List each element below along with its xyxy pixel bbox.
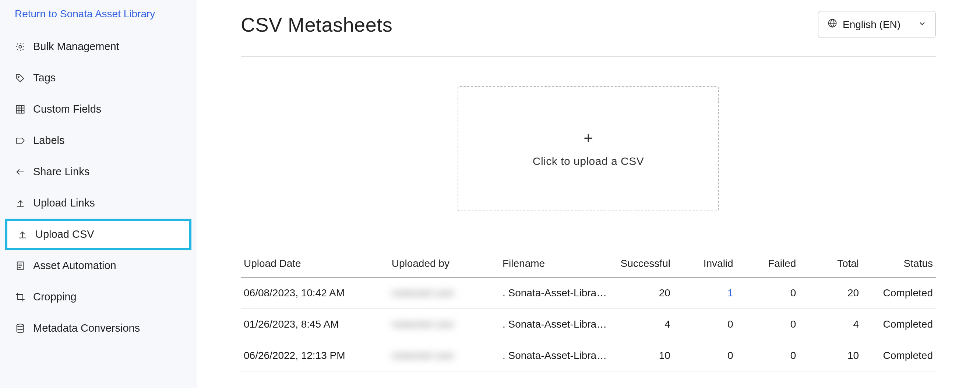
sidebar-item-share-links[interactable]: Share Links [0,156,197,188]
cell-uploaded-by: redacted user [389,309,500,340]
cell-failed: 0 [736,340,799,371]
document-icon [15,260,26,271]
plus-icon: + [584,130,593,146]
cell-successful: 20 [610,277,673,309]
svg-point-0 [19,45,21,48]
cell-total: 20 [799,277,862,309]
cell-status: Completed [862,309,936,340]
th-successful[interactable]: Successful [610,252,673,277]
sidebar-item-label: Share Links [33,165,89,178]
cell-date: 06/26/2022, 12:13 PM [241,340,389,371]
sidebar-item-label: Upload Links [33,197,95,209]
sidebar-item-upload-csv[interactable]: Upload CSV [5,219,191,250]
sidebar-item-labels[interactable]: Labels [0,125,197,156]
cell-failed: 0 [736,309,799,340]
crop-icon [15,291,26,302]
cell-filename: . Sonata-Asset-Library… [500,340,610,371]
cell-invalid[interactable]: 1 [673,277,736,309]
uploads-table: Upload Date Uploaded by Filename Success… [241,252,936,371]
sidebar-item-label: Labels [33,134,64,146]
cell-total: 4 [799,309,862,340]
chevron-down-icon [918,19,927,30]
cell-status: Completed [862,277,936,309]
cell-date: 06/08/2023, 10:42 AM [241,277,389,309]
upload-icon [17,229,28,240]
cell-filename: . Sonata-Asset-Library… [500,309,610,340]
svg-point-11 [17,324,24,326]
sidebar-item-label: Upload CSV [35,228,94,240]
upload-dropzone[interactable]: + Click to upload a CSV [458,86,719,211]
label-icon [15,135,26,146]
cell-uploaded-by: redacted user [389,277,500,309]
main-content: CSV Metasheets English (EN) + Click to u… [197,0,980,388]
globe-icon [827,18,838,31]
share-icon [15,166,26,177]
sidebar-item-metadata-conversions[interactable]: Metadata Conversions [0,313,197,344]
divider [241,56,936,57]
cell-invalid: 0 [673,340,736,371]
header: CSV Metasheets English (EN) [241,11,936,38]
th-invalid[interactable]: Invalid [673,252,736,277]
language-select[interactable]: English (EN) [818,11,936,38]
grid-icon [15,104,26,115]
cell-failed: 0 [736,277,799,309]
cell-date: 01/26/2023, 8:45 AM [241,309,389,340]
cell-filename: . Sonata-Asset-Library… [500,277,610,309]
sidebar-item-label: Custom Fields [33,103,101,115]
th-filename[interactable]: Filename [500,252,610,277]
upload-icon [15,198,26,209]
sidebar-item-cropping[interactable]: Cropping [0,281,197,313]
table-row: 06/08/2023, 10:42 AMredacted user. Sonat… [241,277,936,309]
cell-successful: 4 [610,309,673,340]
cell-total: 10 [799,340,862,371]
sidebar: Return to Sonata Asset Library Bulk Mana… [0,0,197,388]
th-upload-date[interactable]: Upload Date [241,252,389,277]
table-row: 01/26/2023, 8:45 AMredacted user. Sonata… [241,309,936,340]
sidebar-item-label: Cropping [33,291,76,303]
cell-successful: 10 [610,340,673,371]
sidebar-item-upload-links[interactable]: Upload Links [0,188,197,219]
table-row: 06/26/2022, 12:13 PMredacted user. Sonat… [241,340,936,371]
language-label: English (EN) [843,19,900,30]
sidebar-item-label: Metadata Conversions [33,322,140,334]
th-total[interactable]: Total [799,252,862,277]
th-uploaded-by[interactable]: Uploaded by [389,252,500,277]
database-icon [15,323,26,334]
cell-uploaded-by: redacted user [389,340,500,371]
svg-point-1 [18,76,19,77]
cell-invalid: 0 [673,309,736,340]
sidebar-item-tags[interactable]: Tags [0,62,197,94]
tag-icon [15,73,26,84]
sidebar-item-asset-automation[interactable]: Asset Automation [0,250,197,281]
sidebar-item-custom-fields[interactable]: Custom Fields [0,94,197,125]
return-link[interactable]: Return to Sonata Asset Library [0,5,197,31]
sidebar-item-bulk-management[interactable]: Bulk Management [0,31,197,62]
sidebar-item-label: Bulk Management [33,40,119,52]
page-title: CSV Metasheets [241,13,393,36]
th-status[interactable]: Status [862,252,936,277]
cell-status: Completed [862,340,936,371]
sidebar-item-label: Asset Automation [33,259,116,272]
dropzone-text: Click to upload a CSV [533,155,644,167]
gear-icon [15,41,26,52]
svg-rect-2 [17,105,24,113]
th-failed[interactable]: Failed [736,252,799,277]
sidebar-item-label: Tags [33,72,56,84]
